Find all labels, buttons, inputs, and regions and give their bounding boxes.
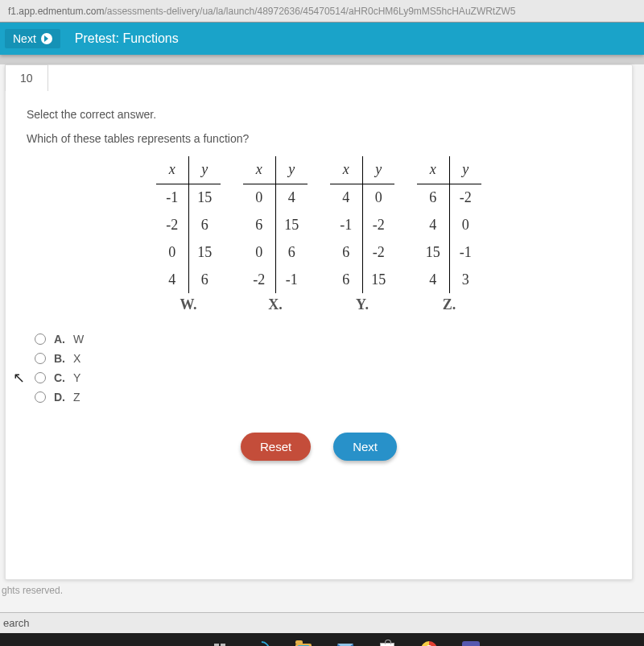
question-number-tab: 10 [5,64,48,91]
question-body: Select the correct answer. Which of thes… [6,92,632,477]
windows-taskbar: T [0,633,644,646]
table-cell: 3 [449,266,481,293]
table-cell: 4 [417,211,449,238]
radio-icon [35,372,46,383]
choice-b[interactable]: B.X [35,352,611,365]
instruction-text: Select the correct answer. [27,108,611,121]
choice-d[interactable]: D.Z [35,391,611,404]
table-caption: Z. [417,296,481,313]
header-next-button[interactable]: Next [5,29,60,48]
table-caption: Y. [330,296,394,313]
task-view-icon[interactable] [209,639,230,646]
rights-text: ghts reserved. [2,585,644,596]
main-canvas: ↖ 10 Select the correct answer. Which of… [0,64,644,612]
table-header: x [417,156,449,184]
table-header: x [330,156,362,184]
choice-c[interactable]: C.Y [35,371,611,384]
table-cell: 6 [188,266,221,293]
table-header: y [449,156,481,184]
file-explorer-icon[interactable] [293,639,314,646]
table-cell: -2 [449,184,481,211]
table-cell: 6 [417,184,449,211]
table-header: y [188,156,221,184]
mail-icon[interactable] [335,639,356,646]
next-button[interactable]: Next [333,433,397,461]
table-cell: -1 [330,211,362,238]
radio-icon [35,391,46,403]
table-cell: 4 [330,184,362,211]
choice-label: B.X [54,352,80,365]
table-caption: W. [156,296,221,313]
browser-url-bar[interactable]: f1.app.edmentum.com/assessments-delivery… [0,0,644,23]
table-cell: 6 [330,238,362,266]
table-cell: 0 [362,184,394,211]
table-caption: X. [243,296,308,313]
table-cell: 6 [275,238,308,266]
table-cell: -2 [362,211,394,238]
choice-label: A.W [54,333,84,346]
table-cell: -1 [275,266,308,293]
tables-row: xy -115 -26 015 46 W. xy 04 615 06 [27,156,611,313]
table-cell: -2 [243,266,275,293]
table-cell: 6 [330,266,362,293]
url-host: f1.app.edmentum.com [8,6,104,17]
table-cell: 15 [188,184,221,211]
table-x: xy 04 615 06 -2-1 X. [243,156,308,313]
choice-a[interactable]: A.W [35,333,611,346]
table-cell: 15 [362,266,394,293]
table-cell: 6 [243,211,275,238]
action-buttons: Reset Next [27,433,611,461]
table-cell: -2 [156,211,188,238]
table-cell: 0 [156,238,188,266]
store-icon[interactable] [377,639,398,646]
table-w: xy -115 -26 015 46 W. [156,156,221,313]
table-z: xy 6-2 40 15-1 43 Z. [417,156,481,313]
table-cell: 6 [188,211,221,238]
table-cell: 0 [243,238,275,266]
table-cell: -1 [156,184,188,211]
table-y: xy 40 -1-2 6-2 615 Y. [330,156,394,313]
table-cell: 15 [417,238,449,266]
page-title: Pretest: Functions [75,31,179,46]
table-cell: 0 [243,184,275,211]
table-cell: 4 [417,266,449,293]
table-header: y [275,156,308,184]
table-cell: 15 [275,211,308,238]
prompt-text: Which of these tables represents a funct… [27,132,611,145]
header-next-label: Next [13,32,36,45]
table-header: x [243,156,275,184]
chrome-icon[interactable] [419,639,440,646]
choice-label: D.Z [54,391,80,404]
table-header: x [156,156,188,184]
table-cell: 0 [449,211,481,238]
table-cell: -2 [362,238,394,266]
windows-search-input[interactable]: earch [0,612,644,633]
table-header: y [362,156,394,184]
answer-choices: A.W B.X C.Y D.Z [35,333,611,404]
radio-icon [35,333,46,345]
arrow-right-icon [41,33,52,44]
table-cell: 4 [156,266,188,293]
search-text: earch [3,617,30,629]
radio-icon [35,353,46,364]
table-cell: 4 [275,184,308,211]
app-header: Next Pretest: Functions [0,23,644,55]
table-cell: -1 [449,238,481,266]
table-cell: 15 [188,238,221,266]
edge-icon[interactable] [251,639,272,646]
choice-label: C.Y [54,371,80,384]
question-sheet: 10 Select the correct answer. Which of t… [5,64,633,580]
url-path: /assessments-delivery/ua/la/launch/48972… [104,6,515,17]
teams-icon[interactable]: T [460,639,481,646]
reset-button[interactable]: Reset [241,433,311,461]
